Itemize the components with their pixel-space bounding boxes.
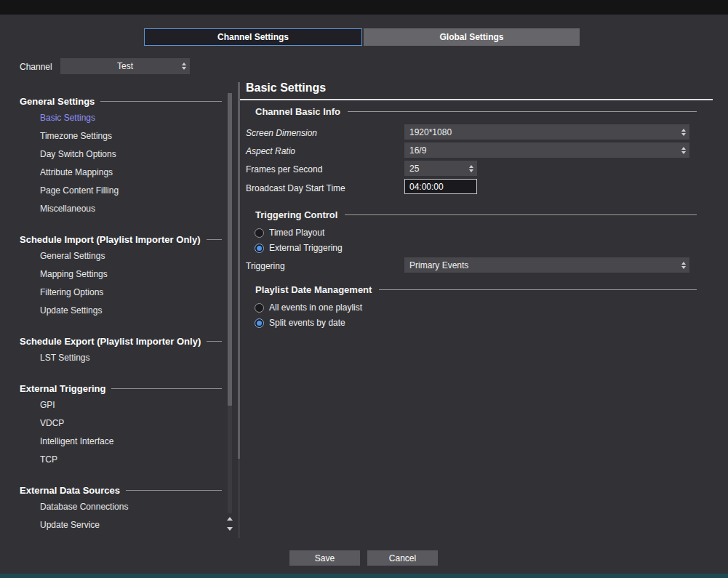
sidebar-item-page-content-filling[interactable]: Page Content Filling xyxy=(20,182,222,200)
sidebar-section-title: External Triggering xyxy=(20,383,105,394)
radio-icon xyxy=(255,228,264,238)
sidebar-section-title: External Data Sources xyxy=(20,485,120,496)
sidebar-section-title: Schedule Export (Playlist Importer Only) xyxy=(20,336,201,347)
scroll-up-button[interactable] xyxy=(225,514,234,523)
dropdown-arrows-icon xyxy=(681,147,686,154)
dropdown-arrows-icon xyxy=(681,262,686,269)
page-title-rule xyxy=(240,99,713,100)
tab-channel-settings[interactable]: Channel Settings xyxy=(144,28,362,46)
section-rule xyxy=(348,111,697,112)
sidebar-item-database-connections[interactable]: Database Connections xyxy=(20,498,222,516)
sidebar-section-header: Schedule Import (Playlist Importer Only) xyxy=(20,231,222,247)
section-rule xyxy=(126,490,222,491)
aspect-ratio-dropdown[interactable]: 16/9 xyxy=(404,143,689,158)
sidebar-section-schedule-export: Schedule Export (Playlist Importer Only)… xyxy=(20,333,222,367)
radio-label: All events in one playlist xyxy=(269,302,362,313)
sidebar-item-tcp[interactable]: TCP xyxy=(20,451,222,469)
external-triggering-radio[interactable]: External Triggering xyxy=(255,243,343,253)
sidebar-item-update-settings[interactable]: Update Settings xyxy=(20,302,222,320)
sidebar-item-filtering-options[interactable]: Filtering Options xyxy=(20,284,222,302)
radio-label: Timed Playout xyxy=(269,228,324,238)
content-scrollbar-thumb[interactable] xyxy=(238,82,240,459)
sidebar-section-schedule-import: Schedule Import (Playlist Importer Only)… xyxy=(20,231,222,320)
arrow-up-icon xyxy=(227,517,233,521)
section-title: Triggering Control xyxy=(255,209,337,220)
section-rule xyxy=(111,388,222,389)
section-title: Playlist Date Management xyxy=(255,284,372,295)
broadcast-day-start-time-label: Broadcast Day Start Time xyxy=(246,183,345,193)
screen-dimension-value: 1920*1080 xyxy=(409,127,452,137)
sidebar-item-gpi[interactable]: GPI xyxy=(20,396,222,414)
frames-per-second-dropdown[interactable]: 25 xyxy=(404,161,477,176)
sidebar-item-attribute-mappings[interactable]: Attribute Mappings xyxy=(20,164,222,182)
save-button[interactable]: Save xyxy=(289,550,360,566)
screen-dimension-label: Screen Dimension xyxy=(246,128,317,138)
radio-label: External Triggering xyxy=(269,243,343,253)
all-events-one-playlist-radio[interactable]: All events in one playlist xyxy=(255,302,362,313)
channel-dropdown[interactable]: Test xyxy=(60,58,190,74)
sidebar-item-miscellaneous[interactable]: Miscellaneous xyxy=(20,200,222,218)
triggering-value: Primary Events xyxy=(409,260,468,270)
tab-global-settings[interactable]: Global Settings xyxy=(364,28,580,46)
dropdown-arrows-icon xyxy=(469,165,473,172)
radio-icon xyxy=(255,303,264,313)
section-title: Channel Basic Info xyxy=(255,106,340,117)
radio-label: Split events by date xyxy=(269,318,345,328)
app-window: Channel Settings Global Settings Channel… xyxy=(0,0,728,578)
sidebar-item-timezone-settings[interactable]: Timezone Settings xyxy=(20,127,222,145)
sidebar-item-intelligent-interface[interactable]: Intelligent Interface xyxy=(20,433,222,451)
section-header-playlist-date-management: Playlist Date Management xyxy=(255,284,697,295)
section-header-channel-basic-info: Channel Basic Info xyxy=(255,106,697,117)
channel-dropdown-value: Test xyxy=(117,61,133,71)
sidebar-section-external-data-sources: External Data Sources Database Connectio… xyxy=(20,482,222,534)
cancel-button[interactable]: Cancel xyxy=(367,550,438,566)
dropdown-arrows-icon xyxy=(681,129,686,136)
sidebar-section-header: General Settings xyxy=(20,93,222,109)
section-header-triggering-control: Triggering Control xyxy=(255,209,697,220)
triggering-label: Triggering xyxy=(246,261,285,271)
section-rule xyxy=(207,239,223,240)
sidebar-item-update-service[interactable]: Update Service xyxy=(20,516,222,534)
page-title: Basic Settings xyxy=(246,81,326,95)
sidebar-item-basic-settings[interactable]: Basic Settings xyxy=(20,109,222,127)
frames-per-second-value: 25 xyxy=(409,164,419,174)
sidebar-item-day-switch-options[interactable]: Day Switch Options xyxy=(20,145,222,164)
scroll-down-button[interactable] xyxy=(225,524,234,533)
screen-dimension-dropdown[interactable]: 1920*1080 xyxy=(404,124,689,140)
triggering-dropdown[interactable]: Primary Events xyxy=(404,257,689,273)
section-rule xyxy=(207,341,222,342)
radio-icon xyxy=(255,244,264,253)
sidebar-section-header: Schedule Export (Playlist Importer Only) xyxy=(20,333,222,349)
sidebar-item-lst-settings[interactable]: LST Settings xyxy=(20,349,222,367)
broadcast-day-start-time-input[interactable] xyxy=(404,179,477,194)
channel-label: Channel xyxy=(20,62,52,72)
sidebar-section-header: External Triggering xyxy=(20,380,222,396)
sidebar-scrollbar-thumb[interactable] xyxy=(228,93,232,406)
sidebar-section-title: Schedule Import (Playlist Importer Only) xyxy=(20,234,201,245)
sidebar-section-header: External Data Sources xyxy=(20,482,222,498)
aspect-ratio-value: 16/9 xyxy=(409,145,426,156)
frames-per-second-label: Frames per Second xyxy=(246,164,322,174)
section-rule xyxy=(345,214,697,215)
sidebar-item-import-general-settings[interactable]: General Settings xyxy=(20,247,222,265)
split-events-by-date-radio[interactable]: Split events by date xyxy=(255,318,345,328)
radio-icon xyxy=(255,318,264,328)
dropdown-arrows-icon xyxy=(182,63,186,70)
sidebar-item-vdcp[interactable]: VDCP xyxy=(20,414,222,433)
sidebar-section-title: General Settings xyxy=(20,96,95,107)
sidebar-section-external-triggering: External Triggering GPI VDCP Intelligent… xyxy=(20,380,222,469)
bottom-status-strip xyxy=(0,574,728,578)
timed-playout-radio[interactable]: Timed Playout xyxy=(255,228,324,238)
window-titlebar xyxy=(0,0,728,15)
sidebar-item-mapping-settings[interactable]: Mapping Settings xyxy=(20,265,222,284)
sidebar-nav: General Settings Basic Settings Timezone… xyxy=(20,93,222,534)
sidebar-section-general-settings: General Settings Basic Settings Timezone… xyxy=(20,93,222,218)
section-rule xyxy=(379,289,697,290)
aspect-ratio-label: Aspect Ratio xyxy=(246,146,295,156)
arrow-down-icon xyxy=(227,527,233,531)
section-rule xyxy=(100,101,222,102)
